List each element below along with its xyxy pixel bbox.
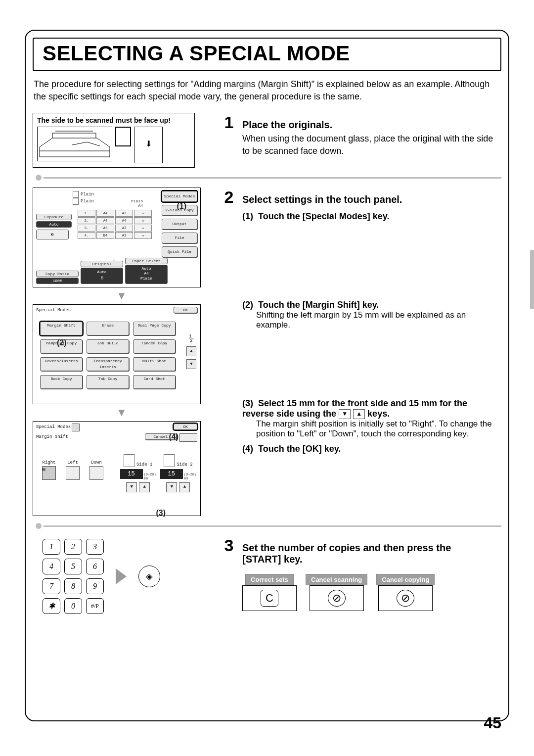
- correct-sets-label: Correct sets: [245, 574, 294, 585]
- page-down-button[interactable]: ▼: [186, 359, 196, 369]
- side1-label: Side 1: [136, 462, 152, 467]
- copy-main-screen: Plain Plain Plain A4 Special Modes 2-Sid…: [33, 188, 201, 287]
- step-1-body: When using the document glass, place the…: [242, 133, 498, 157]
- pos-right-button[interactable]: ▤: [42, 466, 56, 480]
- original-value: Auto⎘: [81, 268, 123, 284]
- key-3[interactable]: 3: [86, 539, 104, 555]
- side2-value: 15: [160, 469, 183, 479]
- side2-label: Side 2: [177, 462, 192, 467]
- special-modes-button[interactable]: Special Modes: [162, 191, 197, 202]
- side1-down-button[interactable]: ▼: [126, 482, 137, 492]
- output-tray-illustration: [134, 127, 163, 163]
- scan-note-box: The side to be scanned must be face up!: [33, 113, 195, 168]
- up-key-icon: ▲: [353, 409, 365, 419]
- feeder-illustration: [37, 127, 112, 161]
- callout-2: (2): [57, 338, 67, 347]
- sub2-num: (2): [242, 300, 253, 310]
- side1-page-icon: [124, 454, 134, 467]
- callout-3: (3): [156, 509, 166, 518]
- flow-arrow-icon: [116, 568, 127, 584]
- side1-value: 15: [120, 469, 143, 479]
- side-tab: [530, 250, 534, 309]
- job-build-button[interactable]: Job Build: [87, 339, 129, 353]
- step-1-number: 1: [221, 113, 237, 132]
- tab-icon: [72, 424, 80, 431]
- page-title: SELECTING A SPECIAL MODE: [43, 42, 491, 65]
- key-0[interactable]: 0: [64, 598, 82, 614]
- pos-right-label: Right: [42, 460, 55, 465]
- file-button[interactable]: File: [162, 233, 197, 243]
- page-total: 2: [189, 338, 193, 343]
- key-star[interactable]: ✱: [43, 598, 60, 614]
- page-up-button[interactable]: ▲: [186, 346, 196, 356]
- tandem-copy-button[interactable]: Tandem Copy: [133, 339, 176, 353]
- side2-page-icon: [164, 454, 175, 467]
- flow-arrow-icon: ▼: [33, 406, 211, 419]
- key-2[interactable]: 2: [64, 539, 82, 555]
- sub4-num: (4): [242, 444, 253, 454]
- step-2-title: Select settings in the touch panel.: [242, 194, 402, 205]
- paper-select-value: AutoA4Plain: [125, 265, 168, 284]
- stop-copy-button[interactable]: ⊘: [397, 590, 414, 607]
- key-4[interactable]: 4: [43, 559, 60, 574]
- sub2-desc: Shifting the left margin by 15 mm will b…: [256, 310, 498, 330]
- paper-select-button[interactable]: Paper Select: [125, 258, 168, 264]
- tab-copy-button[interactable]: Tab Copy: [87, 375, 129, 389]
- multi-shot-button[interactable]: Multi Shot: [133, 357, 176, 371]
- copy-ratio-value: 100%: [36, 278, 79, 284]
- plain-label-2: Plain: [81, 199, 94, 204]
- scan-note: The side to be scanned must be face up!: [37, 116, 190, 125]
- card-shot-button[interactable]: Card Shot: [133, 375, 176, 389]
- key-5[interactable]: 5: [64, 559, 82, 574]
- callout-4: (4): [169, 432, 178, 441]
- key-hash[interactable]: #/P: [86, 598, 104, 614]
- side2-up-button[interactable]: ▲: [179, 482, 190, 492]
- transparency-inserts-button[interactable]: Transparency Inserts: [87, 357, 129, 371]
- pos-down-label: Down: [91, 460, 102, 465]
- ok-button[interactable]: OK: [174, 307, 197, 313]
- side2-down-button[interactable]: ▼: [166, 482, 177, 492]
- stop-scan-button[interactable]: ⊘: [328, 590, 346, 607]
- quick-file-button[interactable]: Quick File: [162, 246, 197, 257]
- special-modes-header: Special Modes: [36, 308, 71, 313]
- numeric-keypad: 1 2 3 4 5 6 7 8 9 ✱ 0 #/P: [43, 539, 104, 614]
- side1-up-button[interactable]: ▲: [139, 482, 150, 492]
- plain-label-3: Plain: [113, 199, 143, 203]
- copy-ratio-button[interactable]: Copy Ratio: [36, 271, 79, 277]
- original-button[interactable]: Original: [81, 261, 123, 267]
- flow-arrow-icon: ▼: [33, 289, 211, 302]
- tab-indicator-icon: [179, 433, 197, 442]
- cancel-copying-label: Cancel copying: [376, 574, 435, 585]
- ok-button-2[interactable]: OK: [174, 424, 197, 430]
- key-1[interactable]: 1: [43, 539, 60, 555]
- key-9[interactable]: 9: [86, 578, 104, 594]
- dual-page-copy-button[interactable]: Dual Page Copy: [133, 322, 176, 335]
- pos-left-button[interactable]: [66, 466, 80, 480]
- erase-button[interactable]: Erase: [87, 322, 129, 335]
- pos-down-button[interactable]: [89, 466, 103, 480]
- sub3-title-b: keys.: [365, 409, 390, 419]
- sub4-title: Touch the [OK] key.: [258, 444, 341, 454]
- covers-inserts-button[interactable]: Covers/Inserts: [40, 357, 83, 371]
- start-button[interactable]: ◈: [138, 566, 160, 587]
- clear-button[interactable]: C: [261, 590, 278, 607]
- key-8[interactable]: 8: [64, 578, 82, 594]
- cancel-scanning-box: Cancel scanning ⊘: [306, 574, 367, 611]
- key-7[interactable]: 7: [43, 578, 60, 594]
- a4-label: A4: [113, 203, 143, 208]
- margin-shift-button[interactable]: Margin Shift: [40, 322, 83, 335]
- special-modes-screen: Special Modes OK Margin Shift Erase Dual…: [33, 304, 201, 404]
- callout-1: (1): [177, 202, 186, 211]
- step-3-number: 3: [221, 536, 237, 555]
- output-button[interactable]: Output: [162, 219, 197, 230]
- separator: [33, 175, 501, 181]
- sub1-num: (1): [242, 211, 253, 221]
- key-6[interactable]: 6: [86, 559, 104, 574]
- margin-shift-subheader: Margin Shift: [36, 434, 68, 439]
- cancel-scanning-label: Cancel scanning: [306, 574, 367, 585]
- exposure-button[interactable]: Exposure: [36, 214, 72, 220]
- separator: [33, 523, 501, 529]
- book-copy-button[interactable]: Book Copy: [40, 375, 83, 389]
- exposure-icon-button[interactable]: ◐: [36, 230, 69, 239]
- sub3-desc: The margin shift position is initially s…: [256, 419, 498, 439]
